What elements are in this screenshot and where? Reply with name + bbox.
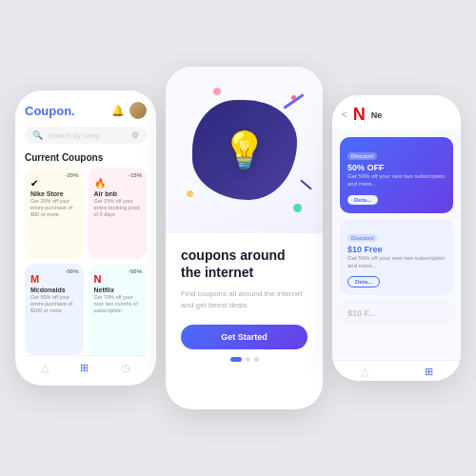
coupon-card-netflix[interactable]: N -50% Netflix Get 70% off your next two…	[89, 264, 148, 355]
search-bar[interactable]: 🔍 Search by shop ⚙	[25, 127, 147, 144]
detail-button-1[interactable]: Deta...	[347, 195, 378, 205]
blob-shape: 💡	[192, 100, 297, 200]
onboard-content: coupons around the internet Find coupons…	[166, 233, 323, 409]
nike-brand: Nike Store	[30, 190, 78, 197]
card-badge-2: Discount	[347, 234, 377, 242]
indicator-dot-2	[246, 357, 250, 362]
coupon-card-nike[interactable]: ✔ -20% Nike Store Get 20% off your entir…	[25, 168, 84, 259]
dot-yellow	[187, 190, 193, 197]
netflix-logo: N	[94, 273, 102, 285]
card-discount-3: $10 F...	[347, 308, 446, 318]
grid-nav-icon[interactable]: ⊞	[80, 362, 89, 374]
app-title: Coupon.	[25, 104, 75, 118]
bottom-nav-3: △ ⊞	[332, 360, 461, 381]
phone-screen-3: < N Ne Discount 50% OFF Get 50% off your…	[332, 95, 461, 381]
detail-card-10free[interactable]: Discount $10 Free Get 50% off your next …	[340, 219, 453, 295]
netflix-desc: Get 70% off your next two months of subs…	[94, 294, 142, 314]
airbnb-discount: -15%	[129, 172, 142, 178]
bell-icon[interactable]: 🔔	[111, 105, 125, 117]
detail-button-2[interactable]: Deta...	[347, 276, 380, 288]
avatar	[129, 102, 147, 119]
detail-card-50off[interactable]: Discount 50% OFF Get 50% off your next t…	[340, 137, 453, 213]
detail-screen: < N Ne Discount 50% OFF Get 50% off your…	[332, 95, 461, 381]
nike-logo: ✔	[30, 178, 38, 188]
mcdonalds-brand: Mcdonalds	[30, 287, 78, 293]
bulb-icon: 💡	[222, 129, 267, 171]
detail-cards: Discount 50% OFF Get 50% off your next t…	[332, 129, 461, 360]
netflix-n-logo: N	[353, 105, 366, 125]
detail-header: < N Ne	[332, 95, 461, 129]
indicator-dot-1	[230, 357, 242, 362]
search-icon: 🔍	[32, 130, 43, 140]
airbnb-brand: Air bnb	[94, 190, 142, 197]
line-accent2	[300, 179, 312, 189]
filter-icon[interactable]: ⚙	[131, 130, 139, 140]
netflix-discount: -50%	[129, 268, 142, 274]
home-nav-icon-3[interactable]: △	[361, 366, 368, 378]
coupon-list-screen: Coupon. 🔔 🔍 Search by shop ⚙ Current Cou…	[15, 90, 156, 386]
screens-container: Coupon. 🔔 🔍 Search by shop ⚙ Current Cou…	[6, 57, 470, 419]
card-desc-1: Get 50% off your next two subscription a…	[347, 172, 446, 188]
search-placeholder: Search by shop	[47, 131, 128, 140]
section-title: Current Coupons	[25, 152, 147, 163]
mcdonalds-discount: -50%	[65, 268, 78, 274]
back-arrow-icon[interactable]: <	[342, 109, 347, 120]
bottom-nav-1: △ ⊞ ◷	[25, 355, 147, 378]
airbnb-logo: 🔥	[94, 178, 106, 188]
phone-screen-2: 💡 coupons around the internet Find coupo…	[166, 67, 323, 409]
detail-card-faded: $10 F...	[340, 301, 453, 326]
nike-desc: Get 20% off your entire purchase of $90 …	[30, 198, 78, 218]
clock-nav-icon[interactable]: ◷	[121, 362, 130, 374]
dot-pink	[213, 88, 221, 95]
indicator-dot-3	[254, 357, 259, 362]
coupons-grid: ✔ -20% Nike Store Get 20% off your entir…	[25, 168, 147, 355]
card-discount-1: 50% OFF	[347, 163, 446, 172]
header-row: Coupon. 🔔	[25, 102, 147, 119]
mcdonalds-logo: M	[30, 273, 39, 285]
grid-nav-icon-3[interactable]: ⊞	[425, 366, 433, 378]
airbnb-desc: Get 15% off your entire booking price of…	[94, 198, 142, 218]
get-started-button[interactable]: Get Started	[181, 325, 307, 349]
netflix-brand: Netflix	[94, 287, 142, 293]
dots-indicator	[181, 357, 307, 362]
coupon-card-mcdonalds[interactable]: M -50% Mcdonalds Get 50% off your entire…	[25, 264, 84, 355]
onboard-desc: Find coupons all around the internet and…	[181, 288, 307, 311]
coupon-card-airbnb[interactable]: 🔥 -15% Air bnb Get 15% off your entire b…	[89, 168, 148, 259]
small-dot	[291, 95, 296, 100]
phone-screen-1: Coupon. 🔔 🔍 Search by shop ⚙ Current Cou…	[15, 90, 156, 386]
onboarding-screen: 💡 coupons around the internet Find coupo…	[166, 67, 323, 409]
card-discount-2: $10 Free	[347, 245, 446, 254]
card-desc-2: Get 50% off your next two subscription a…	[347, 254, 446, 270]
home-nav-icon[interactable]: △	[41, 362, 49, 374]
netflix-brand-name: Ne	[371, 110, 383, 120]
onboard-illustration: 💡	[166, 67, 323, 233]
dot-green	[293, 204, 302, 212]
onboard-title: coupons around the internet	[181, 247, 307, 281]
mcdonalds-desc: Get 50% off your entire purchase of $100…	[30, 294, 78, 314]
nike-discount: -20%	[65, 172, 78, 178]
card-badge-1: Discount	[347, 152, 377, 160]
header-icons: 🔔	[111, 102, 147, 119]
